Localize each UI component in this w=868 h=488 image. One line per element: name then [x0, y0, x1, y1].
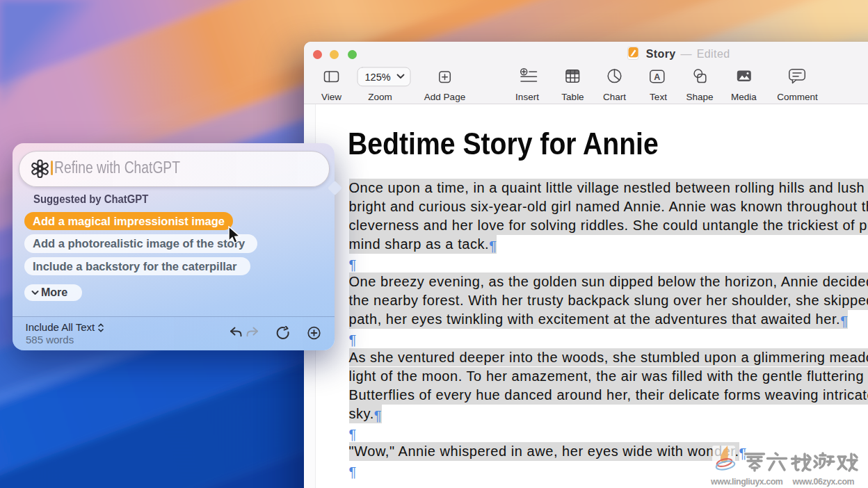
svg-text:125%: 125% — [365, 72, 391, 83]
svg-text:A: A — [654, 72, 660, 82]
